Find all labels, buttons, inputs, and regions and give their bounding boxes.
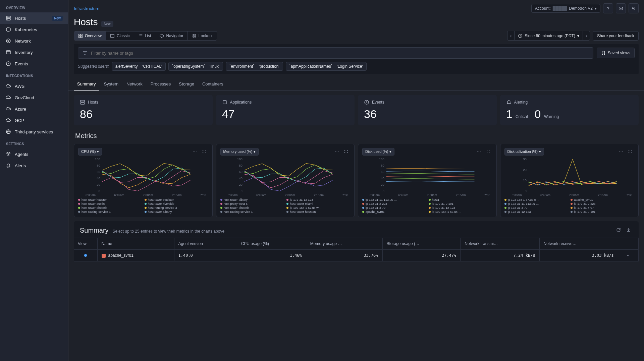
- legend-item[interactable]: ip-172-31-11-113.us-…: [362, 198, 426, 201]
- legend-item[interactable]: ip-172-31-12-123: [286, 198, 350, 201]
- time-prev-button[interactable]: ‹: [507, 31, 515, 40]
- legend-item[interactable]: host1: [429, 198, 492, 201]
- chart-metric-dropdown[interactable]: Memory used (%) ▾: [220, 148, 259, 156]
- feedback-button[interactable]: Share your feedback: [593, 31, 639, 41]
- legend-item[interactable]: ip-172-31-2-223: [571, 202, 634, 205]
- chart-metric-dropdown[interactable]: Disk utilization (%) ▾: [504, 148, 544, 156]
- legend-item[interactable]: host-tower-austin: [78, 202, 142, 205]
- view-list[interactable]: List: [134, 32, 156, 40]
- expand-button[interactable]: [342, 147, 350, 156]
- table-column-header[interactable]: View: [74, 238, 97, 250]
- legend-item[interactable]: host-tower-houston: [286, 210, 350, 214]
- legend-item[interactable]: ip-172-31-9-191: [571, 210, 634, 214]
- more-button[interactable]: ⋯: [191, 147, 199, 156]
- sidebar-item-agents[interactable]: Agents: [0, 148, 68, 160]
- legend-item[interactable]: host-tower-phoenix: [78, 206, 142, 209]
- legend-item[interactable]: host-tower-stockton: [145, 198, 208, 201]
- legend-item[interactable]: host-tower-riverside: [145, 202, 208, 205]
- sidebar-item-azure[interactable]: Azure: [0, 103, 68, 115]
- table-column-header[interactable]: Agent version: [174, 238, 237, 250]
- host-name-cell[interactable]: apache_svr01: [97, 250, 174, 261]
- legend-item[interactable]: ip-172-31-9-191: [429, 202, 492, 205]
- view-navigator[interactable]: Navigator: [155, 32, 187, 40]
- table-column-header[interactable]: Name: [97, 238, 174, 250]
- table-column-header[interactable]: [618, 238, 638, 250]
- table-column-header[interactable]: CPU usage (%): [237, 238, 306, 250]
- legend-item[interactable]: ip-172-31-3-79: [362, 206, 426, 209]
- main-content: Infrastructure Account: █████ Demotron V…: [68, 0, 644, 361]
- sidebar-item-govcloud[interactable]: GovCloud: [0, 92, 68, 103]
- sidebar-item-third-party[interactable]: Third-party services: [0, 126, 68, 137]
- tab-network[interactable]: Network: [123, 78, 146, 91]
- legend-item[interactable]: ip-192-168-1-67.us-…: [429, 210, 492, 214]
- legend-item[interactable]: host-routing-service-1: [220, 210, 284, 214]
- legend-item[interactable]: host-tower-miami: [286, 202, 350, 205]
- legend-item[interactable]: host-routing-service-1: [78, 210, 142, 214]
- download-button[interactable]: [625, 226, 633, 234]
- legend-item[interactable]: apache_svr01: [362, 210, 426, 214]
- sidebar-item-events[interactable]: Events: [0, 58, 68, 69]
- chart-metric-dropdown[interactable]: CPU (%) ▾: [78, 148, 102, 156]
- legend-item[interactable]: host-tower-albany: [220, 198, 284, 201]
- account-selector[interactable]: Account: █████ Demotron V2 ▾: [531, 4, 600, 13]
- sidebar-item-hosts[interactable]: Hosts New: [0, 12, 68, 24]
- refresh-button[interactable]: [614, 226, 623, 234]
- tab-storage[interactable]: Storage: [175, 78, 198, 91]
- saved-views-button[interactable]: Saved views: [597, 48, 635, 58]
- breadcrumb-link[interactable]: Infrastructure: [74, 6, 100, 11]
- legend-item[interactable]: ip-172-31-12-123: [504, 210, 568, 214]
- sidebar-item-aws[interactable]: AWS: [0, 80, 68, 92]
- expand-button[interactable]: [626, 147, 634, 156]
- tab-processes[interactable]: Processes: [147, 78, 174, 91]
- legend-label: ip-172-31-12-123: [508, 210, 531, 214]
- sidebar-item-network[interactable]: Network: [0, 35, 68, 47]
- legend-item[interactable]: ip-172-31-3-79: [504, 206, 568, 209]
- sidebar-item-inventory[interactable]: Inventory: [0, 47, 68, 58]
- time-range-button[interactable]: Since 60 minutes ago (PDT) ▾: [515, 32, 583, 40]
- legend-item[interactable]: ip-172-31-2-223: [362, 202, 426, 205]
- filter-chip[interactable]: `environment` = 'production': [226, 62, 283, 71]
- tab-summary[interactable]: Summary: [74, 78, 99, 91]
- legend-item[interactable]: host-proxy-west-5: [220, 202, 284, 205]
- legend-label: host-tower-miami: [290, 202, 313, 205]
- legend-item[interactable]: host-tower-phoenix: [220, 206, 284, 209]
- legend-item[interactable]: apache_svr01: [571, 198, 634, 201]
- mail-button[interactable]: [616, 3, 626, 13]
- table-column-header[interactable]: Network transmi…: [461, 238, 539, 250]
- view-overview[interactable]: Overview: [74, 32, 106, 40]
- time-next-button[interactable]: ›: [583, 31, 590, 40]
- legend-item[interactable]: host-tower-albany: [145, 210, 208, 214]
- table-row[interactable]: apache_svr01 1.40.0 1.46% 33.76% 27.47% …: [74, 250, 639, 261]
- legend-label: ip-172-31-3-79: [366, 206, 385, 209]
- filter-chip[interactable]: `apmApplicationNames` = 'Login Service': [286, 62, 367, 71]
- tab-system[interactable]: System: [101, 78, 122, 91]
- legend-item[interactable]: ip-192-168-1-67.us-w…: [504, 198, 568, 201]
- legend-item[interactable]: ip-192-168-1-67.us-w…: [286, 206, 350, 209]
- legend-item[interactable]: ip-172-31-11-113.us-…: [504, 202, 568, 205]
- tab-containers[interactable]: Containers: [199, 78, 227, 91]
- filter-chip[interactable]: alertSeverity = 'CRITICAL': [112, 62, 166, 71]
- table-column-header[interactable]: Network receive…: [539, 238, 618, 250]
- help-button[interactable]: ?: [603, 3, 613, 13]
- link-button[interactable]: [629, 3, 639, 13]
- sidebar-item-gcp[interactable]: GCP: [0, 115, 68, 126]
- more-button[interactable]: ⋯: [333, 147, 341, 156]
- expand-button[interactable]: [484, 147, 492, 156]
- row-more-button[interactable]: ⋯: [627, 253, 629, 258]
- sidebar-item-alerts[interactable]: Alerts: [0, 160, 68, 171]
- legend-item[interactable]: ip-172-31-12-123: [429, 206, 492, 209]
- more-button[interactable]: ⋯: [475, 147, 483, 156]
- table-column-header[interactable]: Storage usage (…: [382, 238, 461, 250]
- legend-item[interactable]: ip-172-31-4-97: [571, 206, 634, 209]
- sidebar-item-kubernetes[interactable]: Kubernetes: [0, 24, 68, 35]
- legend-item[interactable]: host-tower-houston: [78, 198, 142, 201]
- view-classic[interactable]: Classic: [106, 32, 134, 40]
- expand-button[interactable]: [200, 147, 208, 156]
- table-column-header[interactable]: Memory usage …: [306, 238, 382, 250]
- view-lookout[interactable]: Lookout: [188, 32, 217, 40]
- filter-chip[interactable]: `operatingSystem` = 'linux': [168, 62, 223, 71]
- more-button[interactable]: ⋯: [617, 147, 625, 156]
- chart-metric-dropdown[interactable]: Disk used (%) ▾: [362, 148, 394, 156]
- legend-item[interactable]: host-routing-service-3: [145, 206, 208, 209]
- search-input[interactable]: [91, 51, 589, 56]
